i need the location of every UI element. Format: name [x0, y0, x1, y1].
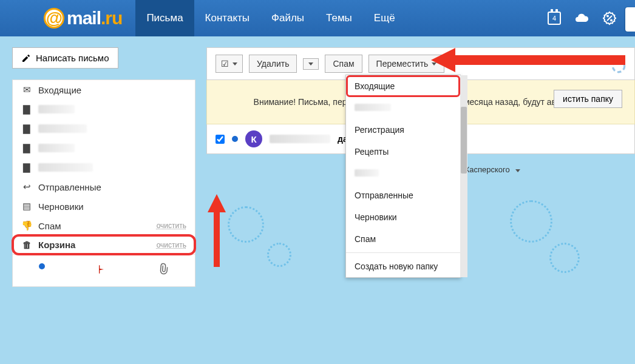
- select-all-checkbox[interactable]: ☑: [216, 55, 243, 73]
- caret-down-icon: [308, 62, 313, 66]
- nav-themes[interactable]: Темы: [315, 0, 363, 36]
- menu-item-spam[interactable]: Спам: [346, 228, 460, 250]
- search-edge[interactable]: [625, 7, 635, 32]
- folder-drafts[interactable]: ▤ Черновики: [13, 197, 195, 216]
- nav: Письма Контакты Файлы Темы Ещë: [135, 0, 406, 36]
- folder-trash[interactable]: 🗑 Корзина очистить: [13, 235, 195, 254]
- folder-label: Отправленные: [38, 182, 101, 192]
- logo-mail: mail: [67, 8, 101, 29]
- folder-list: ✉ Входящие ▇ ▇ ▇ ▇ ↩ Отправленные ▤ Черн…: [12, 79, 195, 287]
- document-icon: ▤: [21, 201, 32, 212]
- folder-icon: ▇: [21, 104, 32, 115]
- folder-label: [38, 144, 75, 152]
- nav-more[interactable]: Ещë: [363, 0, 406, 36]
- folder-bottom-icons: [13, 254, 195, 286]
- attachment-icon[interactable]: [158, 263, 169, 278]
- avatar: К: [245, 130, 262, 147]
- menu-separator: [346, 252, 460, 253]
- delete-caret[interactable]: [303, 58, 319, 70]
- folder-spam[interactable]: 👎 Спам очистить: [13, 216, 195, 235]
- folder-label: Черновики: [38, 201, 84, 212]
- discount-icon[interactable]: [602, 11, 617, 25]
- compose-label: Написать письмо: [36, 53, 109, 63]
- logo-at: @: [44, 8, 64, 29]
- menu-item-drafts[interactable]: Черновики: [346, 206, 460, 228]
- folder-label: [38, 105, 75, 113]
- delete-button[interactable]: Удалить: [249, 55, 297, 73]
- menu-item-create-folder[interactable]: Создать новую папку: [346, 255, 460, 277]
- annotation-arrow-2: [208, 194, 226, 267]
- compose-button[interactable]: Написать письмо: [12, 47, 118, 69]
- envelope-icon: ✉: [21, 84, 32, 95]
- folder-custom-4[interactable]: ▇: [13, 158, 195, 177]
- folder-custom-1[interactable]: ▇: [13, 99, 195, 119]
- trash-icon: 🗑: [21, 240, 32, 250]
- folder-custom-3[interactable]: ▇: [13, 138, 195, 158]
- sender-blurred: [270, 135, 330, 143]
- annotation-arrow-1: [431, 48, 625, 72]
- nav-mail[interactable]: Письма: [135, 0, 194, 36]
- folder-icon: ▇: [21, 162, 32, 173]
- folder-label: [38, 124, 87, 133]
- svg-marker-1: [431, 48, 625, 72]
- scrollbar-thumb[interactable]: [461, 107, 467, 174]
- folder-label: [38, 163, 93, 172]
- nav-contacts[interactable]: Контакты: [194, 0, 260, 36]
- move-dropdown: Входящие Регистрация Рецепты Отправленны…: [345, 75, 461, 278]
- folder-icon: ▇: [21, 143, 32, 153]
- folder-label: Входящие: [38, 85, 81, 95]
- topbar-icons: 4: [548, 11, 635, 25]
- flag-icon[interactable]: [97, 263, 106, 278]
- menu-scrollbar[interactable]: [460, 75, 467, 277]
- calendar-icon[interactable]: 4: [548, 12, 561, 25]
- folder-label: Корзина: [38, 240, 75, 250]
- menu-item-recipes[interactable]: Рецепты: [346, 141, 460, 163]
- topbar: @ mail .ru Письма Контакты Файлы Темы Ещ…: [0, 0, 635, 36]
- nav-files[interactable]: Файлы: [260, 0, 315, 36]
- menu-item-inbox[interactable]: Входящие: [346, 75, 460, 97]
- folder-inbox[interactable]: ✉ Входящие: [13, 80, 195, 99]
- thumbs-down-icon: 👎: [21, 220, 32, 231]
- reply-icon: ↩: [21, 181, 32, 192]
- folder-sent[interactable]: ↩ Отправленные: [13, 177, 195, 197]
- menu-item-registration[interactable]: Регистрация: [346, 119, 460, 141]
- logo[interactable]: @ mail .ru: [0, 8, 135, 29]
- logo-ru: .ru: [101, 8, 122, 29]
- caret-down-icon: [233, 62, 237, 66]
- unread-dot-icon: [232, 136, 238, 142]
- folder-icon: ▇: [21, 123, 32, 134]
- spam-button[interactable]: Спам: [325, 55, 362, 73]
- clear-spam-link[interactable]: очистить: [157, 221, 186, 230]
- row-checkbox[interactable]: [216, 135, 225, 144]
- cloud-icon[interactable]: [574, 11, 589, 25]
- folder-custom-2[interactable]: ▇: [13, 119, 195, 138]
- svg-marker-2: [208, 194, 226, 267]
- caret-down-icon: [515, 169, 520, 172]
- menu-item-sent[interactable]: Отправленные: [346, 184, 460, 206]
- sidebar: Написать письмо ✉ Входящие ▇ ▇ ▇ ▇ ↩ Отп…: [12, 47, 195, 287]
- menu-item-blur-1[interactable]: [346, 97, 460, 119]
- folder-label: Спам: [38, 221, 61, 231]
- compose-icon: [21, 53, 31, 63]
- unread-dot-icon[interactable]: [39, 263, 45, 269]
- menu-item-blur-2[interactable]: [346, 163, 460, 184]
- clear-trash-link[interactable]: очистить: [157, 241, 186, 249]
- clear-folder-button[interactable]: истить папку: [554, 90, 622, 108]
